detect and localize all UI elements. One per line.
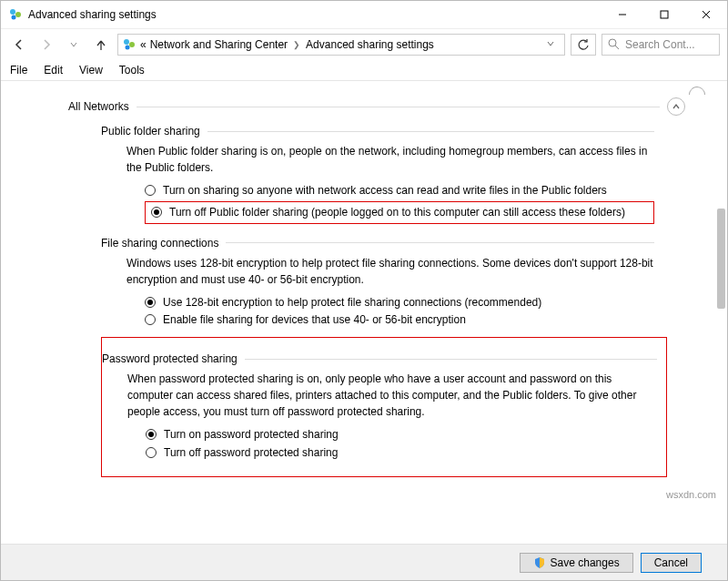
svg-point-7 — [124, 39, 129, 45]
up-button[interactable] — [90, 34, 112, 56]
svg-line-11 — [615, 46, 619, 49]
recent-dropdown[interactable] — [63, 34, 85, 56]
breadcrumb-item-1[interactable]: Advanced sharing settings — [306, 38, 434, 51]
svg-point-0 — [10, 9, 15, 15]
forward-button[interactable] — [35, 34, 57, 56]
radio-icon[interactable] — [145, 314, 156, 325]
svg-point-10 — [609, 39, 616, 46]
radio-icon[interactable] — [145, 297, 156, 308]
fsc-description: Windows uses 128-bit encryption to help … — [126, 255, 654, 288]
pfs-option-off[interactable]: Turn off Public folder sharing (people l… — [145, 201, 654, 224]
minimize-button[interactable] — [602, 1, 643, 28]
cancel-button[interactable]: Cancel — [641, 553, 702, 573]
window-title: Advanced sharing settings — [28, 8, 602, 21]
pps-option-off[interactable]: Turn off password protected sharing — [146, 445, 657, 461]
network-icon — [122, 37, 136, 52]
app-icon — [8, 7, 23, 22]
pps-option-on[interactable]: Turn on password protected sharing — [146, 427, 657, 443]
save-changes-button[interactable]: Save changes — [520, 553, 633, 573]
pfs-description: When Public folder sharing is on, people… — [126, 143, 654, 176]
breadcrumb[interactable]: « Network and Sharing Center ❯ Advanced … — [117, 34, 565, 56]
breadcrumb-dropdown[interactable] — [541, 38, 561, 51]
radio-icon[interactable] — [146, 447, 157, 458]
content-area: All Networks Public folder sharing When … — [1, 81, 727, 544]
radio-icon[interactable] — [145, 185, 156, 196]
pps-title: Password protected sharing — [102, 352, 238, 365]
radio-icon[interactable] — [146, 429, 157, 440]
navbar: « Network and Sharing Center ❯ Advanced … — [1, 28, 727, 59]
breadcrumb-item-0[interactable]: Network and Sharing Center — [150, 38, 288, 51]
back-button[interactable] — [8, 34, 30, 56]
chevron-right-icon: ❯ — [291, 40, 302, 49]
svg-point-8 — [129, 42, 135, 47]
pps-description: When password protected sharing is on, o… — [127, 371, 657, 420]
pfs-option-on[interactable]: Turn on sharing so anyone with network a… — [145, 183, 654, 199]
svg-point-1 — [15, 12, 21, 17]
collapse-toggle[interactable] — [667, 97, 685, 116]
svg-point-2 — [12, 15, 16, 20]
pps-section-highlight: Password protected sharing When password… — [101, 337, 667, 477]
menu-edit[interactable]: Edit — [44, 64, 63, 76]
fsc-title: File sharing connections — [101, 237, 218, 250]
menu-view[interactable]: View — [79, 64, 103, 76]
menu-tools[interactable]: Tools — [119, 64, 145, 76]
watermark: wsxdn.com — [666, 489, 716, 500]
search-icon — [608, 38, 620, 50]
fsc-option-128[interactable]: Use 128-bit encryption to help protect f… — [145, 295, 654, 311]
fsc-option-4056[interactable]: Enable file sharing for devices that use… — [145, 312, 654, 328]
footer: Save changes Cancel — [1, 544, 727, 580]
search-placeholder: Search Cont... — [625, 38, 695, 51]
close-button[interactable] — [685, 1, 727, 28]
svg-rect-4 — [661, 11, 668, 18]
breadcrumb-prefix[interactable]: « — [140, 38, 147, 51]
radio-icon[interactable] — [151, 207, 162, 218]
shield-icon — [533, 556, 546, 569]
svg-point-9 — [126, 45, 130, 49]
maximize-button[interactable] — [643, 1, 685, 28]
menubar: File Edit View Tools — [1, 59, 727, 81]
pfs-title: Public folder sharing — [101, 125, 200, 138]
section-title: All Networks — [68, 100, 129, 113]
titlebar: Advanced sharing settings — [1, 1, 727, 28]
refresh-button[interactable] — [571, 34, 596, 56]
search-input[interactable]: Search Cont... — [602, 34, 720, 56]
scrollbar-thumb[interactable] — [717, 209, 725, 309]
menu-file[interactable]: File — [10, 64, 27, 76]
